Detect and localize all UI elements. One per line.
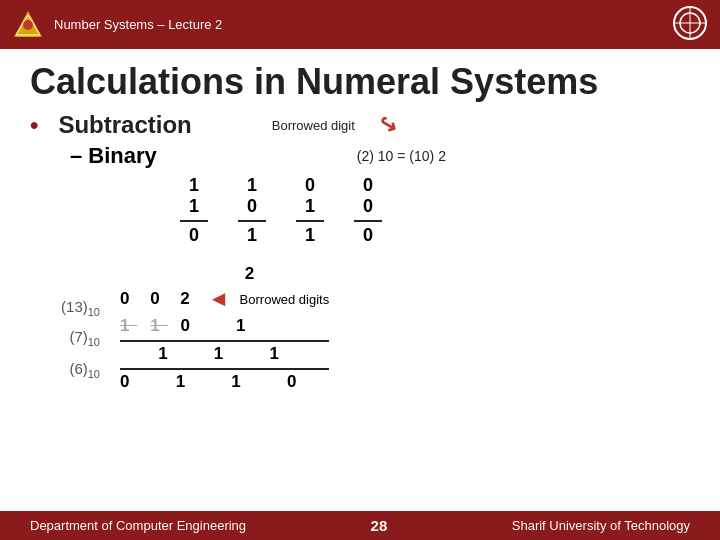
- bullet-subtraction: • Subtraction Borrowed digit ↩: [30, 111, 690, 139]
- r7-d2: 1: [214, 344, 231, 363]
- r13-d4: 1: [236, 316, 253, 335]
- row-13: 1 1 0 1: [120, 316, 329, 336]
- header-logo: [12, 9, 44, 41]
- bc3-mid: 1: [305, 196, 315, 217]
- conversion-label: (2) 10 = (10) 2: [357, 148, 446, 164]
- bc1-mid: 1: [189, 196, 199, 217]
- binary-col-2: 1 0 1: [238, 175, 266, 246]
- svg-point-2: [23, 20, 33, 30]
- binary-col-4: 0 0 0: [354, 175, 382, 246]
- label-6: (6)10: [69, 360, 100, 380]
- footer-bar: Department of Computer Engineering 28 Sh…: [0, 511, 720, 540]
- r13-d3: 0: [180, 316, 197, 335]
- header-title: Number Systems – Lecture 2: [54, 17, 222, 32]
- bc2-top: 1: [247, 175, 257, 196]
- r6-d4: 0: [287, 372, 304, 391]
- row-6: 0 1 1 0: [120, 368, 329, 392]
- bc4-top: 0: [363, 175, 373, 196]
- r13-d2: 1: [150, 316, 167, 335]
- binary-col-3: 0 1 1: [296, 175, 324, 246]
- header-bar: Number Systems – Lecture 2: [0, 0, 720, 49]
- bc3-top: 0: [305, 175, 315, 196]
- label-7: (7)10: [69, 328, 100, 348]
- bc1-bot: 0: [189, 225, 199, 246]
- r13-d1: 1: [120, 316, 137, 335]
- footer-page-number: 28: [371, 517, 388, 534]
- binary-col-1: 1 1 0: [180, 175, 208, 246]
- footer-right: Sharif University of Technology: [512, 518, 690, 533]
- bc3-bot: 1: [305, 225, 315, 246]
- bc1-top: 1: [189, 175, 199, 196]
- right-logo: [672, 5, 708, 41]
- sub-bullet-binary: – Binary (2) 10 = (10) 2: [70, 143, 690, 169]
- bc2-mid: 0: [247, 196, 257, 217]
- bc2-bot: 1: [247, 225, 257, 246]
- decimal-section: (13)10 (7)10 (6)10 2 0 0 2 ◄ Borrowed di…: [30, 264, 690, 392]
- carry-row: 0 0 2 ◄ Borrowed digits: [120, 286, 329, 312]
- page-title: Calculations in Numeral Systems: [0, 49, 720, 111]
- row-7: 1 1 1: [120, 340, 329, 364]
- footer-left: Department of Computer Engineering: [30, 518, 246, 533]
- decimal-labels: (13)10 (7)10 (6)10: [30, 264, 100, 380]
- r6-d3: 1: [231, 372, 248, 391]
- borrowed-digit-label: Borrowed digit: [272, 118, 355, 133]
- r6-d1: 0: [120, 372, 137, 391]
- bullet-dot: •: [30, 111, 38, 139]
- bc4-mid: 0: [363, 196, 373, 217]
- arrow-left-icon: ◄: [208, 286, 230, 312]
- bc4-bot: 0: [363, 225, 373, 246]
- r7-d1: 1: [158, 344, 175, 363]
- subtraction-label: Subtraction: [58, 111, 191, 139]
- borrowed-digits-label: Borrowed digits: [240, 292, 330, 307]
- carry-values: 0 0 2: [120, 289, 198, 309]
- r6-d2: 1: [176, 372, 193, 391]
- main-content: • Subtraction Borrowed digit ↩ – Binary …: [0, 111, 720, 392]
- r7-d3: 1: [269, 344, 286, 363]
- computation-table: 2 0 0 2 ◄ Borrowed digits 1 1 0 1 1: [120, 264, 329, 392]
- borrowed-2-row: 2: [120, 264, 329, 284]
- binary-columns: 1 1 0 1 0 1 0 1 1 0 0 0: [180, 175, 690, 246]
- label-13: (13)10: [61, 298, 100, 318]
- borrow-arrow-icon: ↩: [374, 109, 403, 141]
- binary-label: – Binary: [70, 143, 157, 169]
